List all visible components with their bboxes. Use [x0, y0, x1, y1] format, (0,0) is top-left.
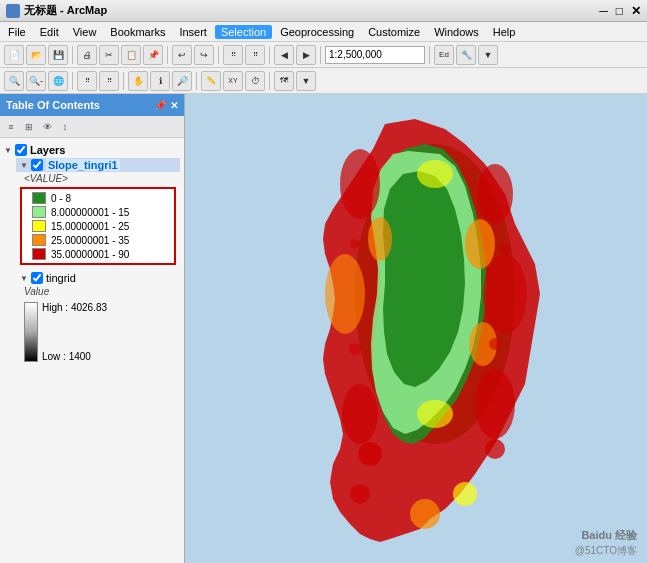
- more2-btn[interactable]: ▼: [296, 71, 316, 91]
- toc-list-btn[interactable]: ≡: [3, 119, 19, 135]
- time-btn[interactable]: ⏱: [245, 71, 265, 91]
- window-title: 无标题 - ArcMap: [24, 3, 107, 18]
- undo-btn[interactable]: ↩: [172, 45, 192, 65]
- legend-color-3: [32, 234, 46, 246]
- sep4: [269, 46, 270, 64]
- tools-btn[interactable]: 🔧: [456, 45, 476, 65]
- legend-color-0: [32, 192, 46, 204]
- layer1-value-label: <VALUE>: [16, 172, 180, 185]
- layer2-group: ▼ tingrid Value High : 4026.83 Low : 140…: [4, 271, 180, 362]
- menu-geoprocessing[interactable]: Geoprocessing: [274, 25, 360, 39]
- svg-point-13: [358, 442, 382, 466]
- menu-insert[interactable]: Insert: [173, 25, 213, 39]
- layer2-checkbox[interactable]: [31, 272, 43, 284]
- globe-btn[interactable]: 🌐: [48, 71, 68, 91]
- layer2-value-label: Value: [16, 285, 180, 298]
- toolbar-2: 🔍 🔍- 🌐 ⠿ ⠿ ✋ ℹ 🔎 📏 XY ⏱ 🗺 ▼: [0, 68, 647, 94]
- legend-highlight-box: 0 - 8 8.000000001 - 15 15.00000001 - 25: [20, 187, 176, 265]
- svg-point-19: [349, 343, 361, 355]
- sep10: [269, 72, 270, 90]
- pan-btn[interactable]: ✋: [128, 71, 148, 91]
- paste-btn[interactable]: 📌: [143, 45, 163, 65]
- dots-btn2[interactable]: ⠿: [245, 45, 265, 65]
- layer1-checkbox[interactable]: [31, 159, 43, 171]
- forward-btn[interactable]: ▶: [296, 45, 316, 65]
- menu-selection[interactable]: Selection: [215, 25, 272, 39]
- zoom-out-btn[interactable]: 🔍-: [26, 71, 46, 91]
- redo-btn[interactable]: ↪: [194, 45, 214, 65]
- scale-input[interactable]: [325, 46, 425, 64]
- sep7: [72, 72, 73, 90]
- go-to-xy-btn[interactable]: XY: [223, 71, 243, 91]
- svg-point-4: [483, 254, 527, 334]
- high-label: High : 4026.83: [42, 302, 107, 313]
- map-area[interactable]: Baidu 经验 @51CTO博客: [185, 94, 647, 563]
- svg-point-21: [500, 244, 510, 254]
- menu-bookmarks[interactable]: Bookmarks: [104, 25, 171, 39]
- measure-btn[interactable]: 📏: [201, 71, 221, 91]
- editor-btn[interactable]: Ed: [434, 45, 454, 65]
- close-btn[interactable]: ✕: [631, 4, 641, 18]
- svg-point-6: [342, 384, 378, 444]
- toc-close-btn[interactable]: ✕: [170, 100, 178, 111]
- svg-point-18: [489, 338, 501, 350]
- menu-file[interactable]: File: [2, 25, 32, 39]
- svg-point-14: [485, 439, 505, 459]
- zoom-in-btn[interactable]: 🔍: [4, 71, 24, 91]
- toolbar-1: 📄 📂 💾 🖨 ✂ 📋 📌 ↩ ↪ ⠿ ⠿ ◀ ▶ Ed 🔧 ▼: [0, 42, 647, 68]
- maximize-btn[interactable]: □: [616, 4, 623, 18]
- legend-label-1: 8.000000001 - 15: [51, 207, 129, 218]
- layer1-arrow: ▼: [20, 161, 28, 170]
- toc-select-btn[interactable]: ↕: [57, 119, 73, 135]
- dotgrid1-btn[interactable]: ⠿: [77, 71, 97, 91]
- toc-title: Table Of Contents: [6, 99, 100, 111]
- layer2-name: tingrid: [46, 272, 76, 284]
- svg-point-12: [417, 400, 453, 428]
- toc-source-btn[interactable]: ⊞: [21, 119, 37, 135]
- minimize-btn[interactable]: ─: [599, 4, 608, 18]
- open-btn[interactable]: 📂: [26, 45, 46, 65]
- toc-visibility-btn[interactable]: 👁: [39, 119, 55, 135]
- legend-label-2: 15.00000001 - 25: [51, 221, 129, 232]
- identify-btn[interactable]: ℹ: [150, 71, 170, 91]
- menu-customize[interactable]: Customize: [362, 25, 426, 39]
- svg-point-16: [453, 482, 477, 506]
- toc-toolbar: ≡ ⊞ 👁 ↕: [0, 116, 184, 138]
- sep3: [218, 46, 219, 64]
- menu-help[interactable]: Help: [487, 25, 522, 39]
- svg-point-11: [417, 160, 453, 188]
- legend-item-4: 35.00000001 - 90: [24, 247, 172, 261]
- svg-point-2: [340, 149, 380, 219]
- new-btn[interactable]: 📄: [4, 45, 24, 65]
- layer2-item[interactable]: ▼ tingrid: [16, 271, 180, 285]
- toc-pin-btn[interactable]: 📌: [154, 100, 166, 111]
- dotgrid2-btn[interactable]: ⠿: [99, 71, 119, 91]
- save-btn[interactable]: 💾: [48, 45, 68, 65]
- layers-label: Layers: [30, 144, 65, 156]
- dots-btn1[interactable]: ⠿: [223, 45, 243, 65]
- more-btn[interactable]: ▼: [478, 45, 498, 65]
- layers-arrow: ▼: [4, 146, 12, 155]
- legend-item-1: 8.000000001 - 15: [24, 205, 172, 219]
- menu-view[interactable]: View: [67, 25, 103, 39]
- layers-section: ▼ Layers ▼ Slope_tingri1 <VALUE>: [0, 142, 184, 362]
- menu-windows[interactable]: Windows: [428, 25, 485, 39]
- find-btn[interactable]: 🔎: [172, 71, 192, 91]
- svg-point-5: [475, 369, 515, 439]
- copy-btn[interactable]: 📋: [121, 45, 141, 65]
- create-viewer-btn[interactable]: 🗺: [274, 71, 294, 91]
- sep8: [123, 72, 124, 90]
- cut-btn[interactable]: ✂: [99, 45, 119, 65]
- layer1-item[interactable]: ▼ Slope_tingri1: [16, 158, 180, 172]
- back-btn[interactable]: ◀: [274, 45, 294, 65]
- svg-point-15: [410, 499, 440, 529]
- svg-point-20: [350, 239, 360, 249]
- sep2: [167, 46, 168, 64]
- print-btn[interactable]: 🖨: [77, 45, 97, 65]
- layers-header[interactable]: ▼ Layers: [4, 142, 180, 158]
- gradient-bar: [24, 302, 38, 362]
- title-bar: 无标题 - ArcMap ─ □ ✕: [0, 0, 647, 22]
- layers-checkbox[interactable]: [15, 144, 27, 156]
- gradient-labels: High : 4026.83 Low : 1400: [42, 302, 107, 362]
- menu-edit[interactable]: Edit: [34, 25, 65, 39]
